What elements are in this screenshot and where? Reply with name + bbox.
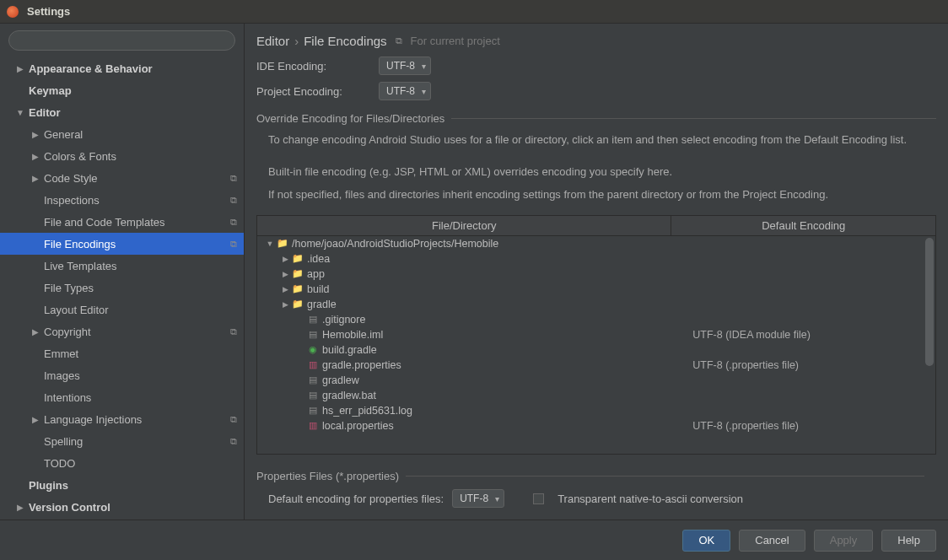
file-name: app xyxy=(307,268,325,280)
close-icon[interactable] xyxy=(7,6,19,18)
chevron-icon: ▶ xyxy=(281,285,289,293)
file-name: build.gradle xyxy=(322,344,377,356)
chevron-icon: ▶ xyxy=(281,255,289,263)
sidebar-item-editor[interactable]: ▼Editor xyxy=(0,101,244,123)
scrollbar[interactable] xyxy=(925,238,934,453)
folder-icon: 📁 xyxy=(292,253,304,265)
chevron-icon: ▶ xyxy=(30,327,40,337)
sidebar-item-inspections[interactable]: Inspections⧉ xyxy=(0,189,244,211)
window-title: Settings xyxy=(27,5,70,18)
breadcrumb-root: Editor xyxy=(256,34,289,48)
override-help-2: Built-in file encoding (e.g. JSP, HTML o… xyxy=(245,160,948,184)
table-row[interactable]: ▶📁app xyxy=(257,267,935,282)
table-row[interactable]: ▥gradle.propertiesUTF-8 (.properties fil… xyxy=(257,358,935,373)
file-icon: ▥ xyxy=(307,359,319,371)
props-encoding-combo[interactable]: UTF-8 xyxy=(452,489,504,508)
sidebar-item-file-and-code-templates[interactable]: File and Code Templates⧉ xyxy=(0,211,244,233)
sidebar-item-plugins[interactable]: Plugins xyxy=(0,474,244,496)
override-help-3: If not specified, files and directories … xyxy=(245,183,948,207)
table-row[interactable]: ▶📁gradle xyxy=(257,297,935,312)
table-row[interactable]: ◉build.gradle xyxy=(257,342,935,358)
ide-encoding-label: IDE Encoding: xyxy=(256,60,370,73)
ide-encoding-combo[interactable]: UTF-8 xyxy=(379,57,431,75)
properties-section-title: Properties Files (*.properties) xyxy=(256,470,924,482)
chevron-icon: ▶ xyxy=(30,152,40,161)
sidebar-item-version-control[interactable]: ▶Version Control xyxy=(0,496,244,518)
sidebar-item-spelling[interactable]: Spelling⧉ xyxy=(0,430,244,452)
file-icon: ▤ xyxy=(307,374,319,386)
scope-badge-icon: ⧉ xyxy=(230,195,237,206)
content-pane: Editor › File Encodings ⧉ For current pr… xyxy=(245,24,948,520)
sidebar-item-intentions[interactable]: Intentions xyxy=(0,386,244,408)
encoding-value: UTF-8 (IDEA module file) xyxy=(684,329,935,341)
table-header: File/Directory Default Encoding xyxy=(257,216,935,236)
sidebar-item-appearance-behavior[interactable]: ▶Appearance & Behavior xyxy=(0,57,244,79)
transparent-ascii-label: Transparent native-to-ascii conversion xyxy=(557,493,743,505)
chevron-icon: ▶ xyxy=(15,503,25,512)
file-icon: ▤ xyxy=(307,314,319,326)
scope-badge-icon: ⧉ xyxy=(230,326,237,337)
scope-badge-icon: ⧉ xyxy=(230,217,237,228)
folder-icon: 📁 xyxy=(292,268,304,280)
file-name: build xyxy=(307,283,329,295)
chevron-icon: ▶ xyxy=(30,415,40,424)
encoding-table: File/Directory Default Encoding ▼📁/home/… xyxy=(256,215,936,455)
file-icon: ▤ xyxy=(307,329,319,341)
chevron-icon: ▶ xyxy=(30,174,40,183)
table-row[interactable]: ▶📁.idea xyxy=(257,251,935,267)
ok-button[interactable]: OK xyxy=(682,530,730,552)
breadcrumb-hint: For current project xyxy=(411,35,500,47)
table-row[interactable]: ▤Hemobile.imlUTF-8 (IDEA module file) xyxy=(257,327,935,342)
file-name: /home/joao/AndroidStudioProjects/Hemobil… xyxy=(292,238,498,250)
folder-icon: 📁 xyxy=(277,238,288,250)
table-row[interactable]: ▥local.propertiesUTF-8 (.properties file… xyxy=(257,418,935,433)
sidebar-item-images[interactable]: Images xyxy=(0,364,244,386)
table-row[interactable]: ▤.gitignore xyxy=(257,312,935,327)
file-name: gradle.properties xyxy=(322,359,401,371)
table-row[interactable]: ▶📁build xyxy=(257,282,935,297)
search-input[interactable] xyxy=(8,30,235,51)
sidebar-item-general[interactable]: ▶General xyxy=(0,123,244,145)
titlebar: Settings xyxy=(0,0,948,24)
settings-tree[interactable]: ▶Appearance & BehaviorKeymap▼Editor▶Gene… xyxy=(0,57,244,520)
override-section-title: Override Encoding for Files/Directories xyxy=(256,112,936,125)
sidebar-item-todo[interactable]: TODO xyxy=(0,452,244,474)
sidebar-item-colors-fonts[interactable]: ▶Colors & Fonts xyxy=(0,145,244,167)
table-row[interactable]: ▼📁/home/joao/AndroidStudioProjects/Hemob… xyxy=(257,236,935,251)
table-row[interactable]: ▤gradlew.bat xyxy=(257,388,935,403)
file-name: gradle xyxy=(307,299,337,310)
sidebar-item-keymap[interactable]: Keymap xyxy=(0,79,244,101)
file-name: Hemobile.iml xyxy=(322,329,383,341)
scope-badge-icon: ⧉ xyxy=(230,173,237,184)
file-icon: ▥ xyxy=(307,420,319,432)
file-name: hs_err_pid5631.log xyxy=(322,405,412,417)
table-body[interactable]: ▼📁/home/joao/AndroidStudioProjects/Hemob… xyxy=(257,236,935,455)
sidebar-item-emmet[interactable]: Emmet xyxy=(0,342,244,364)
chevron-icon: ▼ xyxy=(15,108,25,117)
sidebar-item-file-encodings[interactable]: File Encodings⧉ xyxy=(0,233,244,255)
file-name: .idea xyxy=(307,253,330,265)
cancel-button[interactable]: Cancel xyxy=(739,530,805,552)
file-name: .gitignore xyxy=(322,314,365,326)
file-name: local.properties xyxy=(322,420,394,432)
transparent-ascii-checkbox[interactable] xyxy=(533,493,544,504)
project-encoding-combo[interactable]: UTF-8 xyxy=(379,82,431,100)
sidebar-item-live-templates[interactable]: Live Templates xyxy=(0,255,244,277)
table-row[interactable]: ▤hs_err_pid5631.log xyxy=(257,403,935,418)
sidebar-item-layout-editor[interactable]: Layout Editor xyxy=(0,299,244,320)
override-help-1: To change encoding Android Studio uses f… xyxy=(245,128,948,152)
col-default-encoding[interactable]: Default Encoding xyxy=(671,216,935,235)
sidebar-item-language-injections[interactable]: ▶Language Injections⧉ xyxy=(0,408,244,430)
file-icon: ▤ xyxy=(307,390,319,401)
dialog-buttons: OK Cancel Apply Help xyxy=(0,520,948,560)
col-file-directory[interactable]: File/Directory xyxy=(257,216,671,235)
scope-badge-icon: ⧉ xyxy=(230,414,237,425)
sidebar-item-file-types[interactable]: File Types xyxy=(0,277,244,299)
props-encoding-label: Default encoding for properties files: xyxy=(268,493,444,505)
table-row[interactable]: ▤gradlew xyxy=(257,373,935,388)
sidebar-item-copyright[interactable]: ▶Copyright⧉ xyxy=(0,320,244,342)
file-icon: ▤ xyxy=(307,405,319,417)
apply-button[interactable]: Apply xyxy=(814,530,874,552)
help-button[interactable]: Help xyxy=(881,530,936,552)
sidebar-item-code-style[interactable]: ▶Code Style⧉ xyxy=(0,167,244,189)
